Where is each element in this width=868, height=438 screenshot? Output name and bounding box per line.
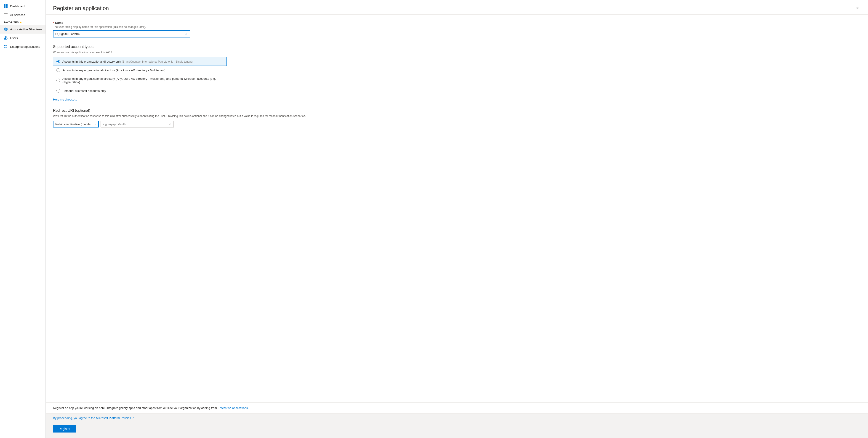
account-types-heading: Supported account types xyxy=(53,45,861,49)
aad-icon xyxy=(4,27,8,31)
client-type-label: Public client/native (mobile ... xyxy=(55,122,94,126)
svg-point-8 xyxy=(6,37,7,38)
microsoft-platform-policies-link[interactable]: By proceeding, you agree to the Microsof… xyxy=(53,416,131,420)
radio-option-multi-tenant[interactable]: Accounts in any organizational directory… xyxy=(53,66,227,74)
name-section: * Name The user-facing display name for … xyxy=(53,21,861,37)
agreement-bar: By proceeding, you agree to the Microsof… xyxy=(46,413,868,423)
radio-multi-tenant-label: Accounts in any organizational directory… xyxy=(62,68,223,72)
account-types-section: Supported account types Who can use this… xyxy=(53,45,861,101)
radio-option-single-tenant[interactable]: Accounts in this organizational director… xyxy=(53,57,227,66)
radio-multi-tenant-personal-label: Accounts in any organizational directory… xyxy=(62,77,223,84)
sidebar-label-enterprise-apps: Enterprise applications xyxy=(10,45,40,49)
client-type-select[interactable]: Public client/native (mobile ... ⌄ xyxy=(53,121,99,127)
more-options-icon[interactable]: … xyxy=(112,6,116,10)
redirect-uri-input[interactable] xyxy=(103,122,169,126)
external-link-icon: ↗ xyxy=(132,416,134,419)
svg-rect-12 xyxy=(6,47,7,48)
sidebar: Dashboard All services FAVORITES ★ Azure… xyxy=(0,0,46,438)
register-button-row: Register xyxy=(46,423,868,438)
name-description: The user-facing display name for this ap… xyxy=(53,25,861,29)
redirect-uri-section: Redirect URI (optional) We'll return the… xyxy=(53,108,861,127)
spacer xyxy=(46,215,868,403)
radio-single-tenant[interactable] xyxy=(57,60,60,63)
radio-single-tenant-hint: (BrandQuantum International Pty) Ltd onl… xyxy=(122,60,193,63)
favorites-heading: FAVORITES ★ xyxy=(0,19,45,25)
name-label: * Name xyxy=(53,21,861,25)
redirect-uri-row: Public client/native (mobile ... ⌄ ✓ xyxy=(53,121,861,127)
svg-point-7 xyxy=(5,36,6,38)
svg-rect-2 xyxy=(4,6,5,8)
users-icon xyxy=(4,36,8,40)
svg-rect-4 xyxy=(4,13,7,14)
sidebar-item-enterprise-apps[interactable]: Enterprise applications xyxy=(0,42,45,51)
services-icon xyxy=(4,13,8,17)
enterprise-icon xyxy=(4,44,8,49)
name-input[interactable] xyxy=(54,31,183,37)
bottom-note-text: Register an app you're working on here. … xyxy=(53,406,217,410)
name-input-wrapper: ✓ xyxy=(53,30,190,37)
close-button[interactable]: × xyxy=(854,5,861,12)
radio-single-tenant-label: Accounts in this organizational director… xyxy=(62,60,121,63)
sidebar-item-azure-ad[interactable]: Azure Active Directory xyxy=(0,25,45,34)
svg-rect-11 xyxy=(4,47,5,48)
main-content: Register an application … × * Name The u… xyxy=(46,0,868,438)
radio-personal-only[interactable] xyxy=(57,89,60,93)
radio-option-personal-only[interactable]: Personal Microsoft accounts only xyxy=(53,86,227,95)
star-icon: ★ xyxy=(20,21,22,24)
account-types-subtext: Who can use this application or access t… xyxy=(53,51,861,54)
required-marker: * xyxy=(53,21,54,25)
sidebar-item-all-services[interactable]: All services xyxy=(0,10,45,19)
enterprise-apps-link[interactable]: Enterprise applications. xyxy=(218,406,249,410)
svg-rect-1 xyxy=(6,4,7,6)
register-button[interactable]: Register xyxy=(53,425,76,433)
redirect-uri-description: We'll return the authentication response… xyxy=(53,115,861,118)
uri-check-icon: ✓ xyxy=(169,122,172,126)
svg-rect-0 xyxy=(4,4,5,6)
svg-rect-3 xyxy=(6,6,7,8)
sidebar-item-users[interactable]: Users xyxy=(0,34,45,42)
sidebar-label-all-services: All services xyxy=(10,13,25,17)
bottom-note: Register an app you're working on here. … xyxy=(46,402,868,413)
sidebar-label-dashboard: Dashboard xyxy=(10,5,25,8)
svg-rect-10 xyxy=(6,45,7,46)
radio-option-multi-tenant-personal[interactable]: Accounts in any organizational directory… xyxy=(53,74,227,86)
page-header: Register an application … × xyxy=(46,0,868,14)
page-title: Register an application xyxy=(53,5,109,11)
svg-rect-9 xyxy=(4,45,5,46)
name-input-check-icon: ✓ xyxy=(183,32,190,36)
radio-multi-tenant-personal[interactable] xyxy=(57,79,60,82)
dashboard-icon xyxy=(4,4,8,8)
sidebar-label-azure-ad: Azure Active Directory xyxy=(10,28,42,31)
redirect-uri-input-wrapper: ✓ xyxy=(100,121,174,127)
help-me-choose-link[interactable]: Help me choose... xyxy=(53,98,77,101)
form-area: * Name The user-facing display name for … xyxy=(46,14,868,215)
sidebar-item-dashboard[interactable]: Dashboard xyxy=(0,2,45,10)
radio-multi-tenant[interactable] xyxy=(57,68,60,72)
page-title-row: Register an application … xyxy=(53,5,116,11)
chevron-down-icon: ⌄ xyxy=(94,123,96,126)
radio-personal-only-label: Personal Microsoft accounts only xyxy=(62,89,223,93)
redirect-uri-heading: Redirect URI (optional) xyxy=(53,108,861,113)
sidebar-label-users: Users xyxy=(10,36,18,40)
account-types-radio-group: Accounts in this organizational director… xyxy=(53,57,227,95)
svg-rect-6 xyxy=(4,16,7,16)
svg-rect-5 xyxy=(4,14,7,15)
